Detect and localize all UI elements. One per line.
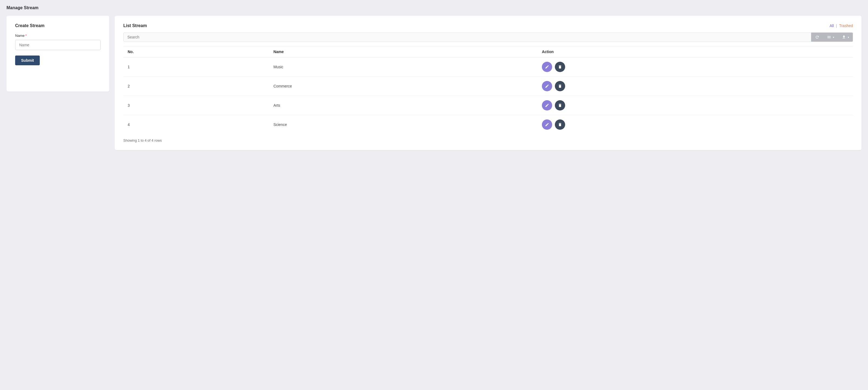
cell-action (537, 57, 853, 77)
search-wrapper (123, 32, 811, 42)
create-stream-panel: Create Stream Name * Submit (6, 16, 109, 91)
page-title: Manage Stream (6, 5, 862, 10)
col-name: Name (269, 46, 537, 57)
toolbar-actions: ▾ ▾ (811, 32, 853, 42)
tab-links: All | Trashed (830, 24, 853, 28)
table-row: 3Arts (123, 96, 853, 115)
delete-button[interactable] (555, 62, 565, 72)
refresh-button[interactable] (811, 32, 823, 42)
tab-trashed[interactable]: Trashed (839, 24, 853, 28)
cell-action (537, 77, 853, 96)
table-row: 4Science (123, 115, 853, 134)
required-star: * (25, 34, 27, 38)
export-chevron: ▾ (848, 36, 849, 39)
edit-button[interactable] (542, 119, 552, 130)
columns-chevron: ▾ (833, 36, 834, 39)
delete-button[interactable] (555, 81, 565, 91)
table-row: 1Music (123, 57, 853, 77)
submit-button[interactable]: Submit (15, 56, 40, 65)
export-icon (842, 35, 846, 39)
col-action: Action (537, 46, 853, 57)
list-stream-header: List Stream All | Trashed (123, 23, 853, 28)
export-button[interactable]: ▾ (838, 32, 853, 42)
cell-name: Commerce (269, 77, 537, 96)
cell-no: 4 (123, 115, 269, 134)
cell-name: Arts (269, 96, 537, 115)
cell-name: Science (269, 115, 537, 134)
edit-button[interactable] (542, 81, 552, 91)
edit-button[interactable] (542, 100, 552, 111)
cell-no: 2 (123, 77, 269, 96)
cell-no: 1 (123, 57, 269, 77)
columns-icon (827, 35, 831, 39)
main-layout: Create Stream Name * Submit List Stream … (6, 16, 862, 150)
create-stream-title: Create Stream (15, 23, 101, 28)
columns-button[interactable]: ▾ (823, 32, 838, 42)
cell-name: Music (269, 57, 537, 77)
cell-no: 3 (123, 96, 269, 115)
list-stream-title: List Stream (123, 23, 147, 28)
name-label: Name * (15, 34, 101, 38)
tab-all[interactable]: All (830, 24, 834, 28)
tab-separator: | (836, 24, 837, 28)
delete-button[interactable] (555, 119, 565, 130)
data-table: No. Name Action 1Music2Commerce3Arts4Sci… (123, 46, 853, 134)
cell-action (537, 96, 853, 115)
name-input[interactable] (15, 40, 101, 50)
search-input[interactable] (127, 35, 807, 39)
col-no: No. (123, 46, 269, 57)
toolbar: ▾ ▾ (123, 32, 853, 42)
showing-text: Showing 1 to 4 of 4 rows (123, 138, 853, 142)
edit-button[interactable] (542, 62, 552, 72)
cell-action (537, 115, 853, 134)
table-row: 2Commerce (123, 77, 853, 96)
list-stream-panel: List Stream All | Trashed (115, 16, 862, 150)
refresh-icon (815, 35, 819, 39)
delete-button[interactable] (555, 100, 565, 111)
